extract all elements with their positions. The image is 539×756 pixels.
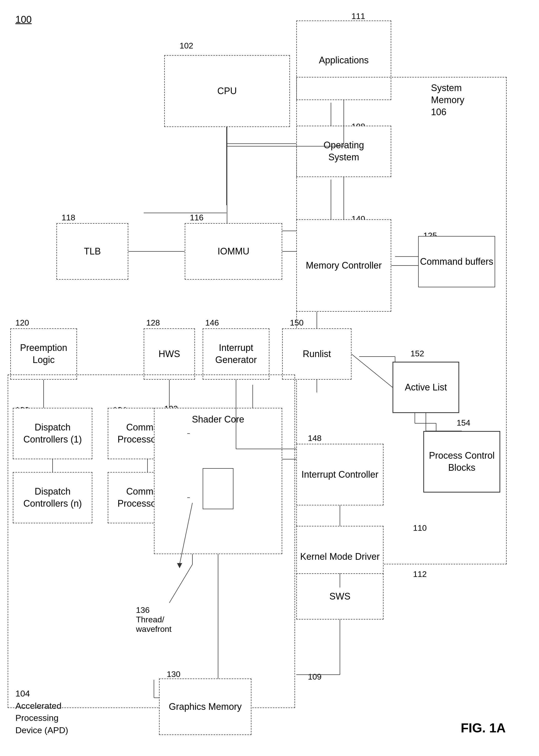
sws-box: SWS bbox=[296, 573, 384, 620]
hws-label: HWS bbox=[159, 348, 180, 360]
command-buffers-label: Command buffers bbox=[420, 256, 493, 268]
process-control-blocks-box: Process Control Blocks bbox=[423, 431, 500, 492]
cpu-label: CPU bbox=[217, 85, 237, 97]
graphics-memory-label: Graphics Memory bbox=[169, 701, 242, 713]
interrupt-generator-label: Interrupt Generator bbox=[203, 342, 269, 366]
runlist-box: Runlist bbox=[282, 328, 351, 380]
ref-102: 102 bbox=[180, 41, 193, 50]
diagram-ref-100: 100 bbox=[15, 14, 32, 25]
dispatch-controllers-1-box: Dispatch Controllers (1) bbox=[13, 408, 92, 459]
iommu-box: IOMMU bbox=[185, 223, 282, 280]
process-control-blocks-label: Process Control Blocks bbox=[424, 450, 500, 474]
dispatch-controllers-1-label: Dispatch Controllers (1) bbox=[13, 421, 92, 446]
interrupt-controller-box: Interrupt Controller bbox=[296, 444, 384, 505]
interrupt-generator-box: Interrupt Generator bbox=[203, 328, 270, 380]
sws-label: SWS bbox=[329, 590, 350, 603]
command-buffers-box: Command buffers bbox=[418, 236, 495, 287]
hws-box: HWS bbox=[144, 328, 195, 380]
applications-label: Applications bbox=[319, 54, 369, 66]
dispatch-controllers-n-label: Dispatch Controllers (n) bbox=[13, 486, 92, 510]
dispatch-controllers-n-box: Dispatch Controllers (n) bbox=[13, 472, 92, 523]
active-list-label: Active List bbox=[405, 381, 447, 394]
fig-label: FIG. 1A bbox=[461, 720, 506, 735]
tlb-label: TLB bbox=[84, 246, 101, 258]
ref-120: 120 bbox=[15, 318, 29, 328]
ref-146: 146 bbox=[205, 318, 219, 328]
preemption-logic-label: Preemption Logic bbox=[11, 342, 76, 366]
memory-controller-label: Memory Controller bbox=[306, 260, 382, 272]
ref-118: 118 bbox=[62, 213, 75, 222]
kernel-mode-driver-label: Kernel Mode Driver bbox=[300, 551, 380, 563]
iommu-label: IOMMU bbox=[217, 246, 249, 258]
shader-core-label: Shader Core bbox=[192, 414, 244, 425]
ref-109: 109 bbox=[308, 672, 322, 682]
preemption-logic-box: Preemption Logic bbox=[10, 328, 77, 380]
shader-core-box: Shader Core bbox=[154, 408, 282, 554]
cpu-box: CPU bbox=[164, 55, 290, 127]
ref-116: 116 bbox=[190, 213, 203, 222]
ref-128: 128 bbox=[146, 318, 160, 328]
tlb-box: TLB bbox=[56, 223, 128, 280]
graphics-memory-box: Graphics Memory bbox=[159, 679, 252, 735]
active-list-box: Active List bbox=[393, 362, 459, 413]
ref-112: 112 bbox=[413, 569, 426, 579]
memory-controller-box: Memory Controller bbox=[296, 219, 391, 312]
runlist-label: Runlist bbox=[303, 348, 331, 360]
interrupt-controller-label: Interrupt Controller bbox=[301, 469, 378, 481]
ref-111: 111 bbox=[351, 12, 365, 21]
